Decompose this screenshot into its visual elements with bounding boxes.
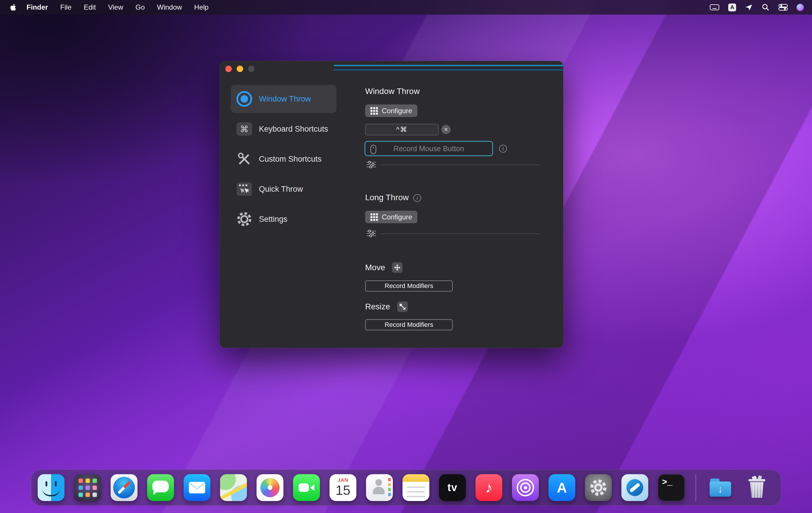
move-label: Move [365,263,385,272]
record-mouse-button-field[interactable]: Record Mouse Button [365,141,493,156]
paper-plane-icon[interactable] [745,3,753,11]
dock-safari[interactable] [111,474,138,501]
dock-system-settings[interactable] [585,474,612,501]
shortcut-value: ^⌘ [396,125,407,134]
tv-label: tv [447,481,457,494]
music-note-icon: ♪ [485,480,493,495]
window-manager-icon [627,479,643,496]
apple-menu[interactable] [8,3,21,11]
map-icon [220,474,236,490]
dock-facetime[interactable] [293,474,320,501]
dock-finder[interactable] [38,474,64,501]
grid-icon [370,213,378,221]
dock-terminal[interactable]: >_ [658,474,685,501]
advanced-options-icon[interactable] [367,161,376,170]
person-icon [375,479,382,486]
keyboard-icon[interactable] [709,4,720,11]
menu-view[interactable]: View [102,0,129,14]
menu-bar-status-area: A [709,3,804,11]
menu-go[interactable]: Go [129,0,151,14]
configure-window-throw-button[interactable]: Configure [365,104,417,117]
close-icon: × [444,126,448,133]
configure-label: Configure [382,213,412,221]
dock-notes[interactable] [403,474,429,501]
record-move-modifiers-button[interactable]: Record Modifiers [365,280,453,292]
menu-window[interactable]: Window [151,0,188,14]
info-icon[interactable]: i [413,194,421,202]
clear-shortcut-button[interactable]: × [441,125,451,134]
menu-edit[interactable]: Edit [78,0,102,14]
resize-label: Resize [365,302,390,311]
calendar-day: 15 [336,484,350,497]
dock-messages[interactable] [147,474,174,501]
dock-downloads[interactable]: ↓ [707,474,734,501]
finder-face [46,481,47,486]
dock-photos[interactable] [257,474,283,501]
record-modifiers-label: Record Modifiers [385,321,433,328]
configure-label: Configure [382,107,412,115]
mouse-icon [370,145,377,155]
siri-icon[interactable] [796,4,804,11]
download-arrow-icon: ↓ [709,481,731,497]
divider [381,234,540,234]
dock-app-store[interactable]: A [548,474,575,501]
speech-bubble-icon [152,481,169,492]
dock-contacts[interactable] [366,474,393,501]
grid-icon [370,107,378,115]
app-window: Window Throw ⌘ Keyboard Shortcuts Custom… [220,61,563,348]
dock-calendar[interactable]: JAN 15 [329,474,356,501]
dock-tv[interactable]: tv [439,474,466,501]
settings-content: Window Throw Configure ^⌘ × Record Mouse… [220,61,563,348]
keyboard-shortcut-field[interactable]: ^⌘ [365,124,439,135]
menu-bar-left: Finder File Edit View Go Window Help [8,0,215,14]
resize-row: Resize [365,301,408,312]
menu-bar: Finder File Edit View Go Window Help A [0,0,812,14]
calendar-month: JAN [338,477,348,483]
app-store-glyph: A [557,480,567,496]
info-icon[interactable]: i [499,145,507,153]
dock-launchpad[interactable] [74,474,101,501]
dock: JAN 15 tv ♪ A >_ ↓ [31,470,781,506]
dock-music[interactable]: ♪ [475,474,502,501]
long-throw-title-text: Long Throw [365,193,409,202]
menu-app-name[interactable]: Finder [21,0,54,14]
envelope-icon [188,481,205,494]
record-resize-modifiers-button[interactable]: Record Modifiers [365,319,453,330]
control-center-icon[interactable] [778,4,788,11]
move-row: Move [365,262,403,273]
advanced-options-icon[interactable] [367,230,376,238]
notes-header [403,474,429,482]
terminal-prompt: >_ [662,477,672,487]
dock-divider [696,474,696,502]
apple-icon [9,3,16,11]
window-throw-title: Window Throw [365,87,420,96]
spotlight-icon[interactable] [761,3,770,11]
menu-file[interactable]: File [54,0,78,14]
info-glyph: i [502,146,504,152]
dock-podcasts[interactable] [512,474,539,501]
move-arrows-icon [392,262,403,273]
dock-maps[interactable] [220,474,247,501]
input-source-icon[interactable]: A [728,3,736,11]
configure-long-throw-button[interactable]: Configure [365,211,417,223]
menu-help[interactable]: Help [188,0,214,14]
video-camera-icon [298,482,315,493]
broadcast-icon [517,479,534,496]
long-throw-title: Long Throw [365,193,409,202]
divider [381,164,540,165]
dock-trash[interactable] [744,474,770,501]
record-modifiers-label: Record Modifiers [385,282,433,290]
dock-window-manager-app[interactable] [621,474,648,501]
gear-icon [589,478,608,497]
dock-mail[interactable] [183,474,210,501]
resize-diagonal-icon [397,301,408,312]
pinwheel-icon [260,478,280,497]
info-glyph: i [416,195,418,201]
record-mouse-placeholder: Record Mouse Button [394,145,464,153]
